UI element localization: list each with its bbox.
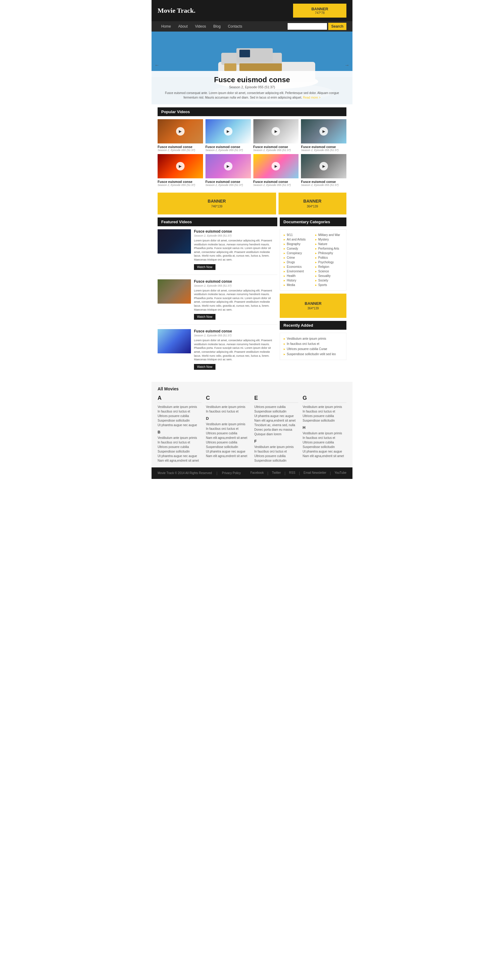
- movie-link[interactable]: Suspendisse sollicitudin: [206, 445, 250, 449]
- movie-link[interactable]: In faucibus orci luctus et: [206, 409, 250, 414]
- movie-link[interactable]: Nam elit agna,endrerit sit amet: [158, 458, 201, 463]
- video-title: Fusce euismod conse: [254, 145, 299, 149]
- movie-link[interactable]: Ut pharetra augue nec augue: [254, 414, 298, 418]
- movie-link[interactable]: Ut pharetra augue nec augue: [158, 423, 201, 427]
- movie-link[interactable]: Ultrices posuere cubilia: [254, 405, 298, 409]
- movie-link[interactable]: Vestibulum ante ipsum primis: [254, 445, 298, 449]
- nav-contacts[interactable]: Contacts: [224, 21, 246, 32]
- category-item[interactable]: ► Nature: [315, 242, 343, 246]
- category-item[interactable]: ► Drugs: [283, 260, 312, 264]
- footer-facebook-link[interactable]: Facebook: [250, 471, 264, 475]
- recent-item[interactable]: ► Ultrices posuere cubilia Curae: [283, 346, 343, 352]
- footer-newsletter-link[interactable]: Email Newsletter: [304, 471, 326, 475]
- movie-link[interactable]: Ut pharetra augue nec augue: [206, 449, 250, 454]
- hero-next-button[interactable]: →: [345, 62, 349, 68]
- watch-now-button[interactable]: Watch Now: [194, 314, 216, 320]
- movie-link[interactable]: Ultrices posuere cubilia: [303, 440, 347, 445]
- movie-link[interactable]: Suspendisse sollicitudin: [303, 418, 347, 423]
- category-item[interactable]: ► Environment: [283, 269, 312, 274]
- movie-link[interactable]: Donec porta diam eu massa: [254, 427, 298, 432]
- footer-youtube-link[interactable]: YouTube: [334, 471, 346, 475]
- movie-link[interactable]: In faucibus orci luctus et: [158, 409, 201, 414]
- video-item[interactable]: ▶ Fusce euismod conse Season 2, Episode …: [301, 154, 346, 186]
- category-item[interactable]: ► History: [283, 278, 312, 283]
- category-item[interactable]: ► Military and War: [315, 233, 343, 237]
- recent-item[interactable]: ► Vestibulum ante ipsum primis: [283, 336, 343, 341]
- movie-link[interactable]: Ut pharetra augue nec augue: [158, 454, 201, 458]
- movie-link[interactable]: Ut pharetra augue nec augue: [303, 449, 347, 454]
- movie-link[interactable]: Suspendisse sollicitudin: [158, 449, 201, 454]
- read-more-link[interactable]: Read more >: [303, 96, 320, 99]
- video-item[interactable]: ▶ Fusce euismod conse Season 2, Episode …: [158, 119, 203, 152]
- movie-link[interactable]: Ultrices posuere cubilia: [254, 454, 298, 458]
- movie-link[interactable]: Nam elit agna,endrerit sit amet: [254, 418, 298, 423]
- movie-link[interactable]: Ultrices posuere cubilia: [303, 414, 347, 418]
- search-button[interactable]: Search: [328, 23, 346, 30]
- category-item[interactable]: ► Politics: [315, 255, 343, 260]
- category-item[interactable]: ► Mystery: [315, 237, 343, 242]
- movie-link[interactable]: Suspendisse sollicitudin: [303, 445, 347, 449]
- category-item[interactable]: ► Economics: [283, 264, 312, 269]
- nav-about[interactable]: About: [174, 21, 191, 32]
- movie-link[interactable]: Ultrices posuere cubilia: [158, 445, 201, 449]
- movie-link[interactable]: Ultrices posuere cubilia: [206, 440, 250, 445]
- watch-now-button[interactable]: Watch Now: [194, 364, 216, 370]
- site-header: Movie Track. BANNER 747*78: [152, 0, 352, 21]
- category-item[interactable]: ► Comedy: [283, 246, 312, 251]
- movie-link[interactable]: Vestibulum ante ipsum primis: [303, 405, 347, 409]
- category-item[interactable]: ► Science: [315, 269, 343, 274]
- video-item[interactable]: ▶ Fusce euismod conse Season 2, Episode …: [206, 119, 251, 152]
- category-item[interactable]: ► Society: [315, 278, 343, 283]
- privacy-policy-link[interactable]: Privacy Policy: [222, 471, 241, 475]
- category-item[interactable]: ► Performing Arts: [315, 246, 343, 251]
- category-item[interactable]: ► Health: [283, 274, 312, 278]
- category-item[interactable]: ► Media: [283, 283, 312, 287]
- movie-link[interactable]: Tincidunt ac, viverra sed, nulla: [254, 423, 298, 427]
- video-item[interactable]: ▶ Fusce euismod conse Season 2, Episode …: [254, 119, 299, 152]
- movie-link[interactable]: Ultrices posuere cubilia: [158, 414, 201, 418]
- footer-twitter-link[interactable]: Twitter: [272, 471, 281, 475]
- video-item[interactable]: ▶ Fusce euismod conse Season 2, Episode …: [254, 154, 299, 186]
- search-input[interactable]: [288, 23, 327, 30]
- movie-link[interactable]: Vestibulum ante ipsum primis: [206, 422, 250, 426]
- category-item[interactable]: ► 9/11: [283, 233, 312, 237]
- hero-prev-button[interactable]: ←: [155, 62, 159, 68]
- featured-title: Fusce euismod conse: [194, 279, 277, 283]
- movie-link[interactable]: In faucibus orci luctus et: [303, 409, 347, 414]
- category-item[interactable]: ► Philosophy: [315, 251, 343, 255]
- movie-link[interactable]: Suspendisse sollicitudin: [158, 418, 201, 423]
- nav-home[interactable]: Home: [158, 21, 174, 32]
- video-item[interactable]: ▶ Fusce euismod conse Season 2, Episode …: [158, 154, 203, 186]
- recent-item[interactable]: ► In faucibus orci luctus et: [283, 341, 343, 346]
- movie-link[interactable]: In faucibus orci luctus et: [206, 426, 250, 431]
- category-item[interactable]: ► Biography: [283, 242, 312, 246]
- movie-link[interactable]: Nam elit agna,endrerit sit amet: [206, 454, 250, 458]
- nav-blog[interactable]: Blog: [210, 21, 224, 32]
- movie-link[interactable]: Vestibulum ante ipsum primis: [206, 405, 250, 409]
- category-item[interactable]: ► Sexuality: [315, 274, 343, 278]
- movie-link[interactable]: Vestibulum ante ipsum primis: [303, 431, 347, 436]
- movie-link[interactable]: Nam elit agna,endrerit sit amet: [303, 454, 347, 458]
- watch-now-button[interactable]: Watch Now: [194, 264, 216, 270]
- movie-link[interactable]: Suspendisse sollicitudin: [254, 458, 298, 463]
- movie-link[interactable]: Vestibulum ante ipsum primis: [158, 405, 201, 409]
- footer-rss-link[interactable]: RSS: [289, 471, 295, 475]
- video-item[interactable]: ▶ Fusce euismod conse Season 2, Episode …: [206, 154, 251, 186]
- movie-link[interactable]: Quisque diam lorem: [254, 432, 298, 436]
- movie-link[interactable]: Nam elit agna,endrerit sit amet: [206, 436, 250, 440]
- movie-link[interactable]: Vestibulum ante ipsum primis: [158, 436, 201, 440]
- recent-item[interactable]: ► Suspendisse sollicitudin velit sed leo: [283, 352, 343, 357]
- category-item[interactable]: ► Conspiracy: [283, 251, 312, 255]
- category-item[interactable]: ► Psychology: [315, 260, 343, 264]
- category-item[interactable]: ► Sports: [315, 283, 343, 287]
- movie-link[interactable]: Ultrices posuere cubilia: [206, 431, 250, 436]
- movie-link[interactable]: Suspendisse sollicitudin: [254, 409, 298, 414]
- video-item[interactable]: ▶ Fusce euismod conse Season 2, Episode …: [301, 119, 346, 152]
- nav-videos[interactable]: Videos: [191, 21, 209, 32]
- category-item[interactable]: ► Religion: [315, 264, 343, 269]
- movie-link[interactable]: In faucibus orci luctus et: [303, 436, 347, 440]
- category-item[interactable]: ► Art and Artists: [283, 237, 312, 242]
- movie-link[interactable]: In faucibus orci luctus et: [254, 449, 298, 454]
- category-item[interactable]: ► Crime: [283, 255, 312, 260]
- movie-link[interactable]: In faucibus orci luctus et: [158, 440, 201, 445]
